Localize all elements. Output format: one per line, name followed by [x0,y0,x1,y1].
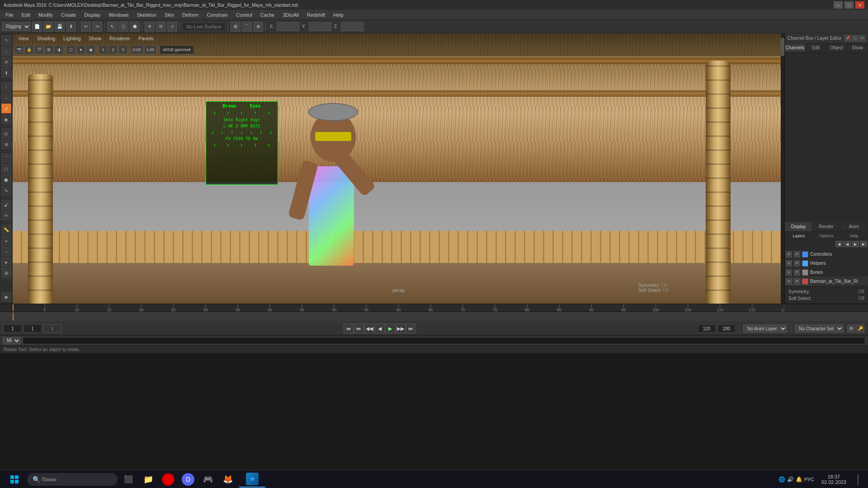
vp-film-btn[interactable]: 🎬 [34,45,43,54]
vp-menu-lighting[interactable]: Lighting [60,35,85,42]
taskbar-clock[interactable]: 18:37 02.02.2023 [818,474,850,485]
save-scene-btn[interactable]: 💾 [55,22,65,32]
scroll-right-2-btn[interactable]: ▶ [860,241,867,247]
lattice-btn[interactable]: ⊞ [1,268,11,278]
open-scene-btn[interactable]: 📂 [43,22,53,32]
vp-menu-view[interactable]: View [14,35,33,42]
search-bar[interactable]: 🔍 Поиск [27,473,118,486]
notification-icon[interactable]: 🔔 [796,476,802,483]
snap-point-btn[interactable]: ⊕ [253,22,263,32]
play-fwd-btn[interactable]: ▶ [385,324,395,333]
anim-key-btn[interactable]: 🔑 [856,324,864,333]
universal-manipulator-btn[interactable]: ◉ [1,114,11,124]
vp-grid-btn[interactable]: ⊞ [44,45,53,54]
menu-edit[interactable]: Edit [18,11,34,19]
camera-btn[interactable]: ◙ [1,292,11,302]
network-icon[interactable]: 🌐 [778,476,785,483]
tab-display[interactable]: Display [785,222,812,231]
undo-btn[interactable]: ↩ [81,22,91,32]
move-btn[interactable]: ✛ [145,22,155,32]
menu-create[interactable]: Create [57,11,80,19]
vp-shading-btn[interactable]: ◑ [54,45,63,54]
layer-helpers-p[interactable]: P [794,260,800,267]
menu-constrain[interactable]: Constrain [203,11,231,19]
ik-handle-btn[interactable]: ⬦ [1,246,11,256]
vp-lock-btn[interactable]: 🔒 [24,45,33,54]
maximize-button[interactable]: □ [844,1,854,9]
sculpt-btn[interactable]: ✎ [1,186,11,196]
menu-help[interactable]: Help [330,11,347,19]
prev-key-btn[interactable]: ⏭ [354,324,364,333]
snap-grid-btn[interactable]: ⊞ [231,22,241,32]
viewport-scrollbar[interactable] [781,33,784,304]
layer-helpers-v[interactable]: V [786,260,792,267]
language-indicator[interactable]: РУС [804,477,814,482]
menu-windows[interactable]: Windows [105,11,132,19]
go-end-btn[interactable]: ⏭ [406,324,416,333]
menu-skin[interactable]: Skin [161,11,178,19]
scroll-left-2-btn[interactable]: ◀ [844,241,851,247]
curve-tool-btn[interactable]: ⌒ [1,153,11,163]
layer-barman-v[interactable]: V [786,278,792,285]
vp-smooth-btn[interactable]: ● [76,45,85,54]
paint-select-btn[interactable]: ⟳ [1,57,11,67]
layer-barman-p[interactable]: P [794,278,800,285]
layer-helpers-color[interactable] [802,260,808,267]
joint-btn[interactable]: ⬥ [1,235,11,245]
menu-3dtoall[interactable]: 3DtoAll [279,11,302,19]
y-input[interactable] [309,22,331,31]
taskbar-maya-btn[interactable]: M [239,471,266,488]
select-btn[interactable]: ↖ [107,22,117,32]
panel-close-btn[interactable]: ✕ [859,35,865,42]
menu-cache[interactable]: Cache [257,11,278,19]
taskbar-explorer-btn[interactable]: ⬛ [119,471,137,488]
layer-bones-color[interactable] [802,269,808,276]
vp-xray-btn[interactable]: ◉ [86,45,95,54]
tab-render[interactable]: Render [812,222,840,231]
soft-modification-btn[interactable]: ◎ [1,128,11,138]
timeline-playhead[interactable] [13,313,14,320]
step-fwd-btn[interactable]: ▶▶ [396,324,406,333]
cluster-btn[interactable]: ● [1,257,11,267]
search-input[interactable] [43,477,97,482]
scale-tool-btn[interactable]: ⤢ [1,103,11,113]
menu-file[interactable]: File [2,11,17,19]
menu-redshift[interactable]: Redshift [303,11,329,19]
menu-display[interactable]: Display [80,11,104,19]
minimize-button[interactable]: ─ [834,1,843,9]
z-input[interactable] [341,22,363,31]
vp-res-low[interactable]: 1 [99,45,108,54]
go-start-btn[interactable]: ⏮ [344,324,354,333]
menu-skeleton[interactable]: Skeleton [133,11,160,19]
paint-btn[interactable]: ⬢ [130,22,140,32]
timeline-track[interactable] [0,312,868,322]
volume-icon[interactable]: 🔊 [787,476,794,483]
taskbar-discord-btn[interactable]: D [179,471,197,488]
tab-edit[interactable]: Edit [806,43,826,52]
show-desktop-btn[interactable] [852,471,864,488]
start-frame-input[interactable] [4,324,22,333]
frame-marker-field[interactable]: 1 [43,324,61,333]
tab-anim[interactable]: Anim [840,222,868,231]
x-input[interactable] [277,22,299,31]
play-back-btn[interactable]: ◀ [375,324,385,333]
rotate-btn[interactable]: ⟳ [156,22,166,32]
layer-controllers-color[interactable] [802,251,808,258]
sub-tab-options[interactable]: Options [812,232,840,239]
sub-tab-help[interactable]: Help [840,232,868,239]
menu-modify[interactable]: Modify [35,11,57,19]
tab-channels[interactable]: Channels [785,43,806,52]
measure-btn[interactable]: 📏 [1,225,11,235]
end-frame-input[interactable] [698,324,716,333]
taskbar-browser-btn[interactable]: 🦊 [219,471,237,488]
lasso-btn[interactable]: ⬡ [118,22,128,32]
anim-options-btn[interactable]: ⚙ [847,324,855,333]
close-button[interactable]: ✕ [855,1,864,9]
vp-menu-panels[interactable]: Panels [135,35,157,42]
taskbar-files-btn[interactable]: 📁 [139,471,157,488]
show-manipulator-btn[interactable]: ⊕ [1,139,11,149]
vp-gamma-dropdown[interactable]: sRGB gamma ▾ [160,45,194,54]
vp-menu-shading[interactable]: Shading [33,35,59,42]
import-btn[interactable]: ⬇ [66,22,76,32]
grease-pencil-btn[interactable]: ✏ [1,211,11,221]
